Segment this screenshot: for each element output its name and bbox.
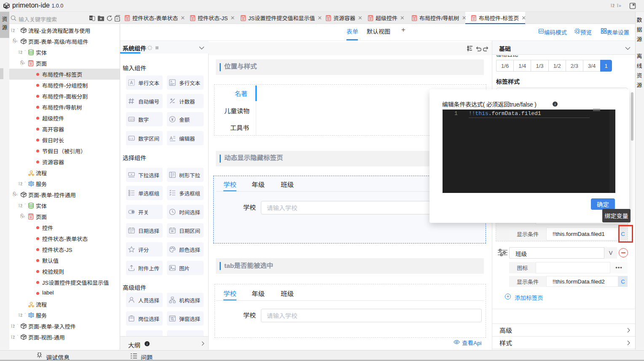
svg-text:A: A [170, 136, 173, 141]
svg-text:A: A [130, 80, 133, 85]
svg-text:123: 123 [129, 118, 134, 121]
svg-text:1-3: 1-3 [129, 137, 133, 140]
svg-text:W: W [90, 17, 92, 19]
svg-text:A: A [170, 80, 172, 83]
